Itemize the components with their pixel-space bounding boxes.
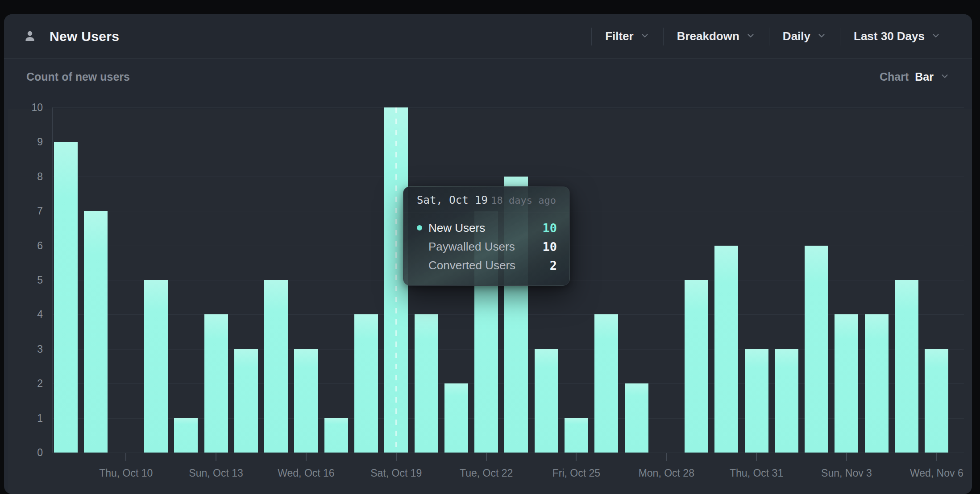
bar[interactable]: [354, 314, 378, 453]
chart-word: Chart: [880, 70, 909, 83]
bar[interactable]: [415, 314, 438, 453]
tooltip-row-value: 10: [542, 221, 557, 235]
granularity-label: Daily: [783, 29, 810, 43]
bar[interactable]: [805, 246, 828, 453]
bar[interactable]: [204, 314, 228, 453]
user-icon: [22, 29, 38, 45]
tooltip-row: New Users 10: [417, 218, 557, 237]
breakdown-dropdown[interactable]: Breakdown: [664, 23, 769, 50]
tooltip-header: Sat, Oct 19 18 days ago: [403, 187, 569, 213]
bar[interactable]: [294, 349, 318, 453]
chevron-down-icon: [746, 31, 756, 42]
tooltip-row-value: 2: [550, 259, 557, 272]
tooltip-row-label: New Users: [428, 221, 485, 235]
chevron-down-icon: [940, 71, 950, 83]
bar[interactable]: [444, 383, 468, 453]
bar[interactable]: [835, 314, 858, 453]
title-group: New Users: [22, 29, 119, 45]
tooltip-rows: New Users 10 Paywalled Users 10 Converte…: [403, 213, 569, 275]
chevron-down-icon: [640, 31, 650, 42]
bar[interactable]: [865, 314, 889, 453]
bar[interactable]: [775, 349, 798, 453]
tooltip-date: Sat, Oct 19: [417, 194, 488, 206]
tooltip-row-label: Paywalled Users: [428, 240, 515, 254]
breakdown-label: Breakdown: [677, 29, 739, 43]
filter-label: Filter: [605, 29, 634, 43]
metric-label: Count of new users: [26, 70, 130, 83]
chart-type-dropdown[interactable]: Chart Bar: [880, 70, 950, 83]
tooltip-relative-time: 18 days ago: [491, 195, 556, 206]
tooltip-row-label: Converted Users: [428, 259, 515, 272]
chevron-down-icon: [931, 31, 941, 42]
tooltip-row: Paywalled Users 10: [417, 237, 557, 256]
bar[interactable]: [234, 349, 258, 453]
bar[interactable]: [895, 280, 918, 453]
chevron-down-icon: [817, 31, 826, 42]
bar[interactable]: [565, 418, 588, 453]
filter-dropdown[interactable]: Filter: [592, 23, 663, 50]
bar[interactable]: [714, 246, 738, 453]
granularity-dropdown[interactable]: Daily: [769, 23, 840, 50]
header-controls: Filter Breakdown Daily Last 30 Days: [591, 23, 954, 50]
bar[interactable]: [745, 349, 768, 453]
bar[interactable]: [144, 280, 168, 453]
tooltip-row-value: 10: [542, 240, 557, 254]
bar[interactable]: [594, 314, 618, 453]
bar[interactable]: [84, 211, 108, 453]
bar[interactable]: [685, 280, 708, 453]
subheader: Count of new users Chart Bar: [4, 59, 972, 95]
page-title: New Users: [50, 29, 119, 44]
chart-type-value: Bar: [915, 70, 934, 83]
bar[interactable]: [54, 142, 78, 453]
series-dot-icon: [417, 225, 422, 231]
chart-tooltip: Sat, Oct 19 18 days ago New Users 10 Pay…: [403, 186, 570, 286]
bar[interactable]: [925, 349, 948, 453]
date-range-label: Last 30 Days: [854, 29, 925, 43]
bar[interactable]: [174, 418, 198, 453]
bar[interactable]: [324, 418, 348, 453]
bar[interactable]: [625, 383, 648, 453]
hover-dashed-line: [395, 107, 397, 453]
bar[interactable]: [264, 280, 288, 453]
card-header: New Users Filter Breakdown Daily: [4, 14, 972, 59]
dashboard-screen: New Users Filter Breakdown Daily: [0, 0, 980, 494]
tooltip-row: Converted Users 2: [417, 256, 557, 275]
bar[interactable]: [535, 349, 558, 453]
date-range-dropdown[interactable]: Last 30 Days: [840, 23, 954, 50]
